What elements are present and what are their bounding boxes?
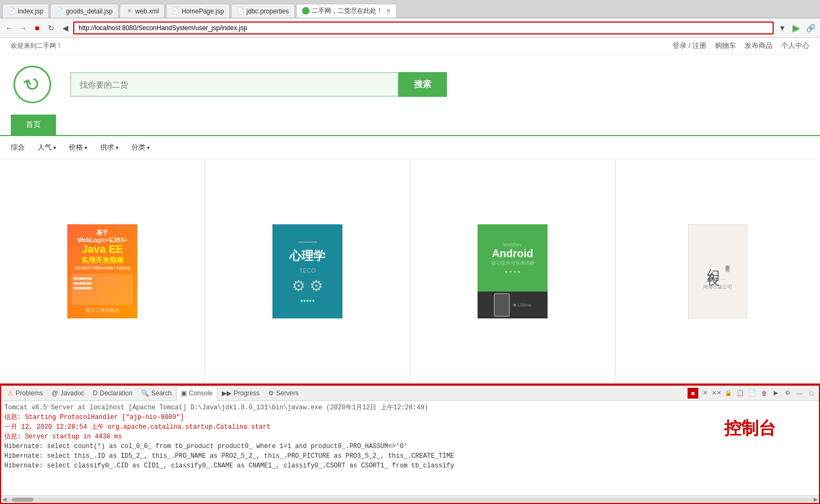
chevron-down-icon: ▾: [147, 145, 150, 151]
console-toolbar: ■ ✕ ✕✕ 🔒 📋 📄 🗑 ▶ ⚙ — □: [688, 388, 817, 399]
filter-comprehensive[interactable]: 综合: [11, 143, 25, 152]
file-icon: 📄: [8, 8, 16, 15]
declaration-icon: D: [93, 389, 98, 397]
console-line-4: Hibernate: select count(*) as col_0_0_ f…: [4, 442, 816, 451]
site-logo[interactable]: ↻: [11, 63, 54, 106]
terminate-button[interactable]: ✕: [699, 388, 710, 399]
file-icon: 📄: [172, 8, 179, 15]
browser-window: 📄 index.jsp 📄 goods_detail.jsp ✕ web.xml…: [0, 0, 820, 504]
horizontal-scrollbar[interactable]: ◀ ▶: [1, 495, 819, 503]
javadoc-icon: @: [52, 389, 58, 397]
product-card-javaee[interactable]: 基于WebLogic+EJB3+ Java EE 实用开发指南 Struts2+…: [0, 159, 205, 384]
paste-button[interactable]: 📄: [747, 388, 758, 399]
scroll-lock-button[interactable]: 🔒: [723, 388, 734, 399]
filter-popularity[interactable]: 人气 ▾: [38, 143, 56, 152]
product-card-android[interactable]: WebDev Android 核心技术与实例详解 ● ● ● ● ■ Liblo…: [410, 159, 615, 384]
console-line-5: Hibernate: select this_.ID as ID5_2_, th…: [4, 451, 816, 461]
chevron-down-icon: ▾: [53, 145, 56, 151]
stop-button[interactable]: ■: [31, 22, 43, 34]
tab-problems[interactable]: ⚠ Problems: [3, 386, 47, 401]
book-javaee-cover: 基于WebLogic+EJB3+ Java EE 实用开发指南 Struts2+…: [67, 224, 137, 318]
nav-tabs: 首页: [11, 115, 809, 135]
scroll-left-button[interactable]: ◀: [2, 496, 6, 503]
tab-progress[interactable]: ▶▶ Progress: [218, 386, 264, 401]
site-topbar: 欢迎来到二手网！ 登录 / 注册 购物车 发布商品 个人中心: [11, 38, 809, 54]
tab-close-button[interactable]: ✕: [386, 8, 391, 15]
tab-javadoc[interactable]: @ Javadoc: [47, 386, 89, 401]
tab-declaration[interactable]: D Declaration: [89, 386, 137, 401]
copy-button[interactable]: 📋: [735, 388, 746, 399]
search-button[interactable]: 搜索: [398, 72, 447, 97]
address-bar: ← → ■ ↻ ◀ ▼ ▶ 🔗: [0, 18, 820, 38]
site-nav-right: 登录 / 注册 购物车 发布商品 个人中心: [672, 41, 809, 51]
tab-homepage-jsp[interactable]: 📄 HomePage.jsp: [166, 4, 230, 18]
tab-home[interactable]: 首页: [11, 115, 56, 135]
console-panel: ⚠ Problems @ Javadoc D Declaration 🔍 Sea…: [0, 384, 820, 504]
publish-link[interactable]: 发布商品: [745, 41, 773, 51]
back-button[interactable]: ←: [3, 22, 15, 34]
file-icon: 📄: [56, 8, 64, 15]
tab-goods-detail-jsp[interactable]: 📄 goods_detail.jsp: [50, 4, 118, 18]
maximize-console-button[interactable]: □: [806, 388, 817, 399]
console-line-6: Hibernate: select classify0_.CID as CID1…: [4, 461, 816, 471]
search-area: 搜索: [70, 72, 447, 97]
minimize-console-button[interactable]: —: [794, 388, 805, 399]
forward-button[interactable]: →: [17, 22, 29, 34]
profile-link[interactable]: 个人中心: [781, 41, 809, 51]
search-icon: 🔍: [141, 389, 149, 397]
url-input[interactable]: [73, 22, 774, 34]
book-night-cover: 幻夜 东野圭吾 — — — 南海出版公司: [688, 224, 747, 318]
scroll-right-button[interactable]: ▶: [814, 496, 818, 503]
scrollbar-track[interactable]: [6, 498, 814, 502]
tab-console[interactable]: ▣ Console: [176, 386, 218, 401]
chevron-down-icon: ▾: [85, 145, 87, 151]
properties-icon: 📄: [237, 8, 244, 15]
remove-button[interactable]: ✕✕: [711, 388, 722, 399]
tab-secondhand[interactable]: 二手网，二货尽在此处！ ✕: [296, 4, 397, 18]
book-psych-cover: ▪▪▪▪▪▪▪▪▪▪▪ 心理学 TECO ⚙ ⚙ ●●●●●: [272, 224, 342, 318]
search-input[interactable]: [70, 72, 398, 97]
phone-icon: [494, 293, 510, 317]
servers-icon: ⚙: [268, 389, 274, 397]
refresh-button[interactable]: ↻: [45, 22, 57, 34]
console-header-line: Tomcat v8.5 Server at localhost [Apache …: [4, 403, 816, 413]
product-card-night[interactable]: 幻夜 东野圭吾 — — — 南海出版公司: [615, 159, 820, 384]
clear-button[interactable]: 🗑: [759, 388, 769, 399]
console-icon: ▣: [181, 389, 187, 397]
scrollbar-thumb[interactable]: [12, 498, 33, 502]
stop-console-button[interactable]: ■: [688, 388, 698, 399]
welcome-text: 欢迎来到二手网！: [11, 41, 62, 51]
console-tabs: ⚠ Problems @ Javadoc D Declaration 🔍 Sea…: [1, 386, 819, 401]
tab-search[interactable]: 🔍 Search: [137, 386, 176, 401]
external-button[interactable]: 🔗: [804, 22, 817, 34]
filter-category[interactable]: 分类 ▾: [131, 143, 150, 152]
tab-web-xml[interactable]: ✕ web.xml: [120, 4, 165, 18]
console-body[interactable]: Tomcat v8.5 Server at localhost [Apache …: [1, 401, 819, 495]
filter-button[interactable]: ▶: [770, 388, 781, 399]
site-nav: 首页: [0, 115, 820, 136]
cart-link[interactable]: 购物车: [715, 41, 736, 51]
login-register-link[interactable]: 登录 / 注册: [672, 41, 706, 51]
globe-icon: [302, 7, 310, 15]
settings-button[interactable]: ⚙: [782, 388, 793, 399]
xml-icon: ✕: [125, 8, 133, 15]
site-main-header: ↻ 搜索: [11, 54, 809, 115]
dropdown-button[interactable]: ▼: [776, 22, 789, 34]
tab-bar: 📄 index.jsp 📄 goods_detail.jsp ✕ web.xml…: [0, 0, 820, 18]
console-line-3: 信息: Server startup in 4430 ms: [4, 432, 816, 442]
console-line-2: 一月 12, 2020 12:28:54 上午 org.apache.catal…: [4, 422, 816, 432]
filter-price[interactable]: 价格 ▾: [69, 143, 87, 152]
tab-index-jsp[interactable]: 📄 index.jsp: [2, 4, 49, 18]
bottom-panel: ⚠ Problems @ Javadoc D Declaration 🔍 Sea…: [1, 385, 819, 503]
product-grid: 基于WebLogic+EJB3+ Java EE 实用开发指南 Struts2+…: [0, 159, 820, 384]
browser-content: 欢迎来到二手网！ 登录 / 注册 购物车 发布商品 个人中心 ↻ 搜索: [0, 38, 820, 384]
run-button[interactable]: ▶: [790, 22, 803, 34]
progress-icon: ▶▶: [222, 389, 232, 397]
book-android-cover: WebDev Android 核心技术与实例详解 ● ● ● ● ■ Liblo…: [478, 224, 548, 318]
tab-jdbc-properties[interactable]: 📄 jdbc.properties: [231, 4, 295, 18]
product-card-psychology[interactable]: ▪▪▪▪▪▪▪▪▪▪▪ 心理学 TECO ⚙ ⚙ ●●●●●: [205, 159, 410, 384]
console-line-1: 信息: Starting ProtocolHandler ["ajp-nio-8…: [4, 413, 816, 422]
tab-servers[interactable]: ⚙ Servers: [264, 386, 303, 401]
home-button[interactable]: ◀: [59, 22, 71, 34]
filter-supply[interactable]: 供求 ▾: [100, 143, 118, 152]
